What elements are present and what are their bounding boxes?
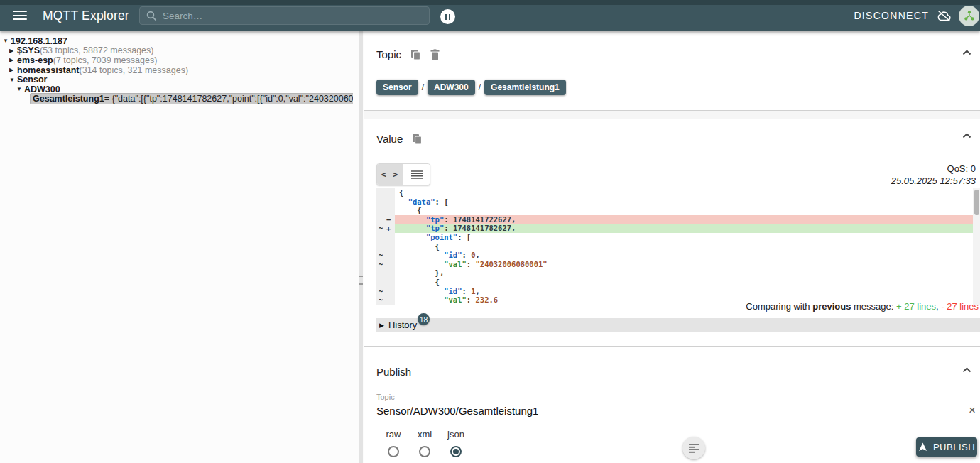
topic-section-title: Topic (376, 48, 401, 60)
diff-line-text: }, (395, 268, 980, 278)
diff-line-text: { (395, 188, 980, 197)
removed-lines-count: - 27 lines (941, 301, 979, 312)
chip-separator: / (479, 82, 481, 92)
format-radio-json[interactable] (450, 446, 462, 457)
cloud-off-icon[interactable] (937, 10, 952, 22)
format-option-raw: raw (378, 429, 409, 457)
diff-scrollbar[interactable] (973, 188, 980, 305)
topic-stats: (314 topics, 321 messages) (80, 65, 189, 75)
topic-name: homeassistant (17, 65, 80, 75)
send-icon (918, 442, 927, 452)
expanded-arrow-icon: ▼ (16, 86, 24, 92)
diff-gutter (376, 278, 395, 287)
raw-view-button[interactable] (403, 164, 430, 185)
diff-gutter (376, 268, 395, 278)
diff-line: { (376, 242, 980, 251)
publish-topic-input[interactable]: Sensor/ADW300/Gesamtleistung1 (376, 405, 538, 417)
section-gap (364, 111, 980, 119)
avatar[interactable] (959, 6, 979, 26)
format-payload-button[interactable] (682, 437, 705, 459)
history-label: History (388, 320, 417, 330)
format-radio-xml[interactable] (419, 446, 430, 457)
mqtt-explorer-window: MQTT Explorer DISCONNECT (0, 0, 980, 463)
disconnect-button[interactable]: DISCONNECT (854, 10, 929, 21)
publish-topic-underline (376, 420, 980, 420)
diff-line-text: "tp": 1748141722627, (395, 215, 980, 224)
format-option-json: json (440, 429, 472, 457)
tree-node-192-168-1-187[interactable]: ▼192.168.1.187 (0, 36, 353, 46)
diff-line-text: { (395, 242, 980, 251)
search-input[interactable] (163, 11, 404, 21)
code-icon: < > (381, 170, 399, 180)
section-divider (364, 346, 980, 347)
pause-button[interactable] (440, 9, 455, 24)
topic-stats: (53 topics, 58872 messages) (40, 45, 154, 55)
diff-gutter (376, 197, 395, 207)
tree-node-sensor[interactable]: ▼Sensor (0, 75, 353, 85)
search-box[interactable] (139, 6, 430, 25)
format-align-icon (689, 444, 699, 453)
menu-icon[interactable] (13, 11, 27, 21)
delete-topic-icon[interactable] (430, 49, 440, 60)
topic-collapse-chevron-icon[interactable] (962, 50, 971, 55)
tree-node-homeassistant[interactable]: ▶homeassistant (314 topics, 321 messages… (0, 65, 353, 75)
changed-marker-icon: ~ (379, 295, 383, 305)
changed-marker-icon: ~ (379, 224, 383, 233)
topic-chip-gesamtleistung1[interactable]: Gesamtleistung1 (484, 80, 566, 95)
value-section-header: Value (376, 133, 423, 145)
diff-scrollbar-thumb[interactable] (974, 190, 979, 215)
tree-node-gesamtleistung1[interactable]: Gesamtleistung1 = {"data":[{"tp":1748141… (0, 94, 353, 104)
code-diff-view-button[interactable]: < > (377, 164, 403, 185)
format-label-xml: xml (418, 429, 432, 440)
diff-line-text: "point": [ (395, 233, 980, 242)
search-icon (146, 11, 157, 21)
app-title: MQTT Explorer (43, 9, 129, 23)
diff-gutter: ~ (376, 260, 395, 269)
topic-chip-adw300[interactable]: ADW300 (428, 80, 475, 95)
diff-gutter (376, 206, 395, 215)
selected-topic-highlight: Gesamtleistung1 = {"data":[{"tp":1748141… (30, 93, 353, 104)
resizer-bar[interactable] (359, 31, 363, 463)
resizer-grip-icon[interactable] (359, 276, 363, 286)
topic-name: $SYS (17, 45, 40, 55)
tree-node--sys[interactable]: ▶$SYS (53 topics, 58872 messages) (0, 46, 353, 56)
history-accordion[interactable]: ▶ History 18 (376, 318, 980, 332)
changed-marker-icon: ~ (379, 260, 383, 269)
qos-value: QoS: 0 (891, 163, 976, 174)
copy-value-icon[interactable] (412, 134, 423, 145)
diff-line-text: { (395, 278, 980, 287)
lines-icon (411, 170, 423, 179)
topic-chip-sensor[interactable]: Sensor (376, 80, 418, 95)
diff-line-removed: − "tp": 1748141722627, (376, 215, 980, 224)
diff-line-text: "id": 0, (395, 251, 980, 260)
panel-resizer (353, 31, 364, 463)
changed-marker-icon: ~ (379, 287, 383, 296)
clear-topic-icon[interactable]: × (969, 403, 976, 418)
collapsed-arrow-icon: ▶ (9, 67, 17, 73)
topic-name: 192.168.1.187 (11, 36, 67, 46)
app-bar: MQTT Explorer DISCONNECT (0, 0, 980, 31)
diff-line-added: ~+ "tp": 1748141782627, (376, 224, 980, 233)
publish-button[interactable]: PUBLISH (916, 437, 977, 457)
publish-collapse-chevron-icon[interactable] (962, 367, 971, 373)
tree-node-ems-esp[interactable]: ▶ems-esp (7 topics, 7039 messages) (0, 55, 353, 65)
diff-line: { (376, 278, 980, 287)
collapsed-arrow-icon: ▶ (9, 57, 17, 63)
publish-button-label: PUBLISH (933, 442, 975, 452)
diff-line-text: "id": 1, (395, 287, 980, 296)
diff-line: "point": [ (376, 233, 980, 242)
diff-line: ~ "id": 0, (376, 251, 980, 260)
format-radio-raw[interactable] (388, 446, 399, 457)
diff-gutter (376, 242, 395, 251)
value-collapse-chevron-icon[interactable] (962, 133, 971, 138)
removed-marker-icon: − (386, 215, 391, 224)
expanded-arrow-icon: ▼ (3, 38, 11, 44)
value-section-title: Value (376, 133, 403, 145)
format-label-json: json (447, 429, 464, 440)
diff-line: "data": [ (376, 197, 980, 207)
payload-format-radios: rawxmljson (378, 429, 472, 457)
topic-name: Sensor (17, 75, 47, 85)
publish-topic-label: Topic (376, 393, 395, 401)
json-diff-viewer: { "data": [ {− "tp": 1748141722627,~+ "t… (376, 188, 980, 305)
copy-topic-icon[interactable] (410, 49, 421, 60)
